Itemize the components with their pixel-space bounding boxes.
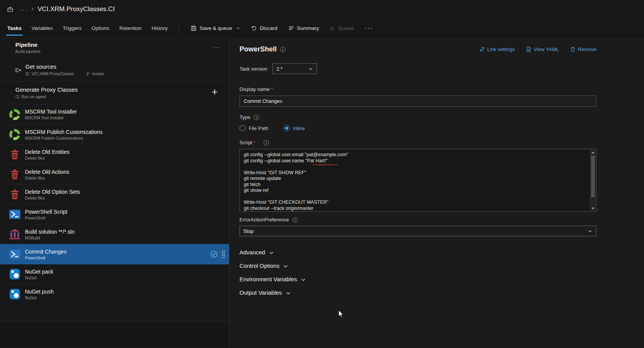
radio-circle-icon [239,125,246,131]
section-advanced[interactable]: Advanced [239,246,596,259]
task-row-commit-changes[interactable]: Commit Changes PowerShell [0,244,229,264]
task-row-nuget-pack[interactable]: NuGet pack NuGet [0,264,229,284]
play-icon [330,26,335,31]
tab-tasks[interactable]: Tasks [2,18,26,38]
required-marker: * [253,140,255,145]
radio-file-path[interactable]: File Path [239,125,268,131]
trash-icon [8,188,21,201]
task-detail-title: PowerShell [239,45,277,53]
queue-button[interactable]: Queue [324,18,359,38]
chevron-down-icon [308,66,313,71]
section-output-variables[interactable]: Output Variables [239,286,596,299]
agent-icon [15,95,20,99]
section-control-options[interactable]: Control Options [239,259,596,272]
task-type: Delete files [25,156,69,160]
chevron-down-icon [301,277,306,282]
task-type: Delete files [25,176,69,180]
summary-button[interactable]: Summary [283,18,325,38]
left-panel-empty [0,322,229,348]
breadcrumb-more-button[interactable]: ··· [20,6,28,13]
save-and-queue-button[interactable]: Save & queue [185,18,246,38]
add-task-button[interactable]: + [212,87,218,97]
error-action-preference-dropdown[interactable]: Stop [239,226,596,236]
repo-name: VCI.XRM.ProxyClasses [31,71,74,76]
chevron-down-icon [588,229,593,234]
tab-strip: Tasks Variables Triggers Options Retenti… [2,18,173,38]
task-type: PowerShell [25,256,66,260]
scroll-down-arrow[interactable] [590,206,596,211]
tab-options[interactable]: Options [87,18,115,38]
remove-task-button[interactable]: Remove [570,46,596,52]
task-row-mscrm-publish[interactable]: MSCRM Publish Customizations MSCRM Publi… [0,124,229,144]
task-row-build-solution[interactable]: Build solution **/*.sln MSBuild [0,224,229,244]
task-type: NuGet [25,295,54,300]
section-environment-variables[interactable]: Environment Variables [239,272,596,286]
trash-icon [8,168,21,181]
task-name: MSCRM Tool Installer [25,109,77,115]
section-label: Output Variables [239,289,282,296]
task-row-delete-old-actions[interactable]: Delete Old Actions Delete files [0,164,229,184]
chevron-down-icon [269,250,274,256]
tab-retention[interactable]: Retention [114,18,147,38]
page-title: VCI.XRM.ProxyClasses.CI [38,5,115,13]
pipeline-more-button[interactable]: ··· [213,44,221,50]
info-icon[interactable] [280,47,286,52]
more-actions-button[interactable]: ··· [359,18,378,38]
display-name-input[interactable] [239,96,596,107]
task-type: PowerShell [25,216,68,220]
task-version-label: Task version [239,66,267,72]
discard-label: Discard [260,25,277,31]
view-yaml-label: View YAML [534,46,559,52]
link-settings-button[interactable]: Link settings [479,46,515,52]
get-sources-title: Get sources [25,63,104,70]
script-text[interactable]: git config --global user.email "pat@exam… [240,149,596,211]
task-row-delete-old-option-sets[interactable]: Delete Old Option Sets Delete files [0,184,229,204]
section-label: Control Options [239,262,279,269]
agent-phase-header[interactable]: Generate Proxy Classes Run on agent + [0,81,229,104]
powershell-icon [8,208,21,221]
script-editor[interactable]: git config --global user.email "pat@exam… [239,149,596,212]
task-row-mscrm-tool-installer[interactable]: MSCRM Tool Installer MSCRM Tool Installe… [0,104,229,124]
link-icon [479,46,485,52]
tab-history[interactable]: History [147,18,173,38]
task-name: Delete Old Actions [25,169,69,175]
tab-variables[interactable]: Variables [26,18,58,38]
script-label: Script [239,140,252,145]
scroll-up-arrow[interactable] [590,150,596,155]
task-name: NuGet push [25,289,54,295]
phase-title: Generate Proxy Classes [15,86,78,93]
chevron-down-icon [236,26,240,30]
pipeline-breadcrumb-icon [7,6,13,13]
scrollbar-thumb[interactable] [591,156,595,197]
radio-file-path-label: File Path [249,125,268,131]
section-label: Advanced [239,249,265,256]
view-yaml-button[interactable]: View YAML [526,46,559,52]
radio-inline[interactable]: Inline [284,125,305,131]
task-name: Commit Changes [25,249,66,255]
section-label: Environment Variables [239,276,297,282]
required-marker: * [271,86,273,92]
toolbar-divider [179,24,179,33]
task-row-delete-old-entities[interactable]: Delete Old Entities Delete files [0,144,229,164]
nuget-icon [8,268,21,280]
pipeline-header[interactable]: Pipeline Build pipeline ··· [0,38,229,58]
get-sources-row[interactable]: Get sources VCI.XRM.ProxyClasses master [0,58,229,81]
task-name: Delete Old Entities [25,149,69,155]
summary-label: Summary [297,25,319,31]
info-icon[interactable] [292,217,298,223]
task-row-nuget-push[interactable]: NuGet push NuGet [0,284,229,304]
drag-handle[interactable] [221,250,225,259]
powershell-icon [8,248,21,261]
discard-button[interactable]: Discard [246,18,283,38]
info-icon[interactable] [254,115,259,120]
tab-triggers[interactable]: Triggers [58,18,87,38]
save-and-queue-label: Save & queue [200,25,232,31]
nuget-icon [8,288,21,300]
task-enabled-check-icon[interactable] [210,251,218,258]
script-scrollbar[interactable] [590,150,596,211]
error-action-preference-value: Stop [243,228,254,234]
info-icon[interactable] [264,140,269,145]
task-version-dropdown[interactable]: 2.* [272,63,317,74]
save-icon [191,25,197,31]
task-row-powershell-script[interactable]: PowerShell Script PowerShell [0,204,229,224]
